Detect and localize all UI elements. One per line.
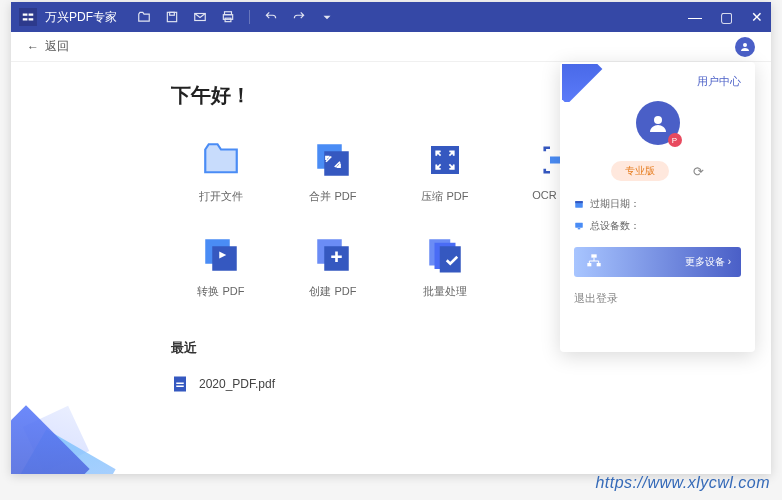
- maximize-icon[interactable]: ▢: [720, 9, 733, 25]
- user-center-title[interactable]: 用户中心: [574, 74, 741, 89]
- svg-rect-20: [176, 386, 184, 388]
- svg-rect-0: [167, 12, 176, 21]
- user-badge: P: [668, 133, 682, 147]
- action-label: 创建 PDF: [309, 284, 356, 299]
- more-devices-button[interactable]: 更多设备 ›: [574, 247, 741, 277]
- app-logo-icon: [19, 8, 37, 26]
- refresh-icon[interactable]: ⟳: [693, 164, 704, 179]
- compress-icon: [424, 139, 466, 181]
- action-create-pdf[interactable]: 创建 PDF: [283, 234, 383, 299]
- svg-point-21: [654, 116, 662, 124]
- devices-info: 总设备数：: [574, 219, 741, 233]
- batch-icon: [424, 234, 466, 276]
- action-compress-pdf[interactable]: 压缩 PDF: [395, 139, 495, 204]
- user-center-panel: 用户中心 P 专业版 ⟳ 过期日期： 总设备数： 更多设备 › 退出: [560, 62, 755, 352]
- svg-rect-28: [597, 263, 601, 266]
- action-label: 打开文件: [199, 189, 243, 204]
- pdf-file-icon: [171, 375, 189, 393]
- close-icon[interactable]: ✕: [751, 9, 763, 25]
- monitor-icon: [574, 221, 584, 231]
- expiry-info: 过期日期：: [574, 197, 741, 211]
- recent-file-item[interactable]: 2020_PDF.pdf: [171, 369, 731, 399]
- more-icon[interactable]: [320, 10, 334, 24]
- action-label: 批量处理: [423, 284, 467, 299]
- action-label: 压缩 PDF: [421, 189, 468, 204]
- back-button[interactable]: ← 返回: [27, 38, 69, 55]
- titlebar: 万兴PDF专家 — ▢ ✕: [11, 2, 771, 32]
- action-convert-pdf[interactable]: 转换 PDF: [171, 234, 271, 299]
- save-icon[interactable]: [165, 10, 179, 24]
- folder-icon: [200, 139, 242, 181]
- divider: [249, 10, 250, 24]
- svg-rect-27: [587, 263, 591, 266]
- svg-rect-19: [176, 383, 184, 385]
- svg-rect-24: [575, 223, 583, 228]
- action-label: 合并 PDF: [309, 189, 356, 204]
- back-label: 返回: [45, 38, 69, 55]
- svg-rect-23: [575, 201, 583, 203]
- user-avatar-button[interactable]: [735, 37, 755, 57]
- svg-rect-25: [578, 228, 581, 229]
- watermark-text: https://www.xlycwl.com: [595, 474, 770, 492]
- user-avatar-icon: P: [636, 101, 680, 145]
- version-badge: 专业版: [611, 161, 669, 181]
- convert-icon: [200, 234, 242, 276]
- minimize-icon[interactable]: —: [688, 9, 702, 25]
- action-open-file[interactable]: 打开文件: [171, 139, 271, 204]
- action-batch-process[interactable]: 批量处理: [395, 234, 495, 299]
- app-window: 万兴PDF专家 — ▢ ✕ ← 返回 下午好！: [11, 2, 771, 474]
- window-controls: — ▢ ✕: [688, 9, 763, 25]
- print-icon[interactable]: [221, 10, 235, 24]
- toolbar-icons: [137, 10, 334, 24]
- action-merge-pdf[interactable]: 合并 PDF: [283, 139, 383, 204]
- more-devices-label: 更多设备 ›: [685, 255, 731, 269]
- app-title: 万兴PDF专家: [45, 9, 117, 26]
- arrow-left-icon: ←: [27, 40, 39, 54]
- action-label: 转换 PDF: [197, 284, 244, 299]
- subbar: ← 返回: [11, 32, 771, 62]
- svg-rect-9: [431, 146, 459, 174]
- svg-point-6: [743, 43, 747, 47]
- svg-rect-17: [440, 246, 461, 272]
- svg-rect-8: [324, 151, 349, 176]
- create-icon: [312, 234, 354, 276]
- svg-rect-1: [170, 12, 175, 15]
- devices-network-icon: [584, 253, 604, 271]
- svg-rect-26: [591, 254, 596, 257]
- merge-icon: [312, 139, 354, 181]
- version-row: 专业版 ⟳: [574, 161, 741, 181]
- logout-button[interactable]: 退出登录: [574, 291, 741, 306]
- devices-label: 总设备数：: [590, 219, 640, 233]
- redo-icon[interactable]: [292, 10, 306, 24]
- calendar-icon: [574, 199, 584, 209]
- folder-open-icon[interactable]: [137, 10, 151, 24]
- svg-rect-5: [225, 18, 231, 22]
- undo-icon[interactable]: [264, 10, 278, 24]
- svg-rect-12: [212, 246, 237, 271]
- recent-file-name: 2020_PDF.pdf: [199, 377, 275, 391]
- mail-icon[interactable]: [193, 10, 207, 24]
- expiry-label: 过期日期：: [590, 197, 640, 211]
